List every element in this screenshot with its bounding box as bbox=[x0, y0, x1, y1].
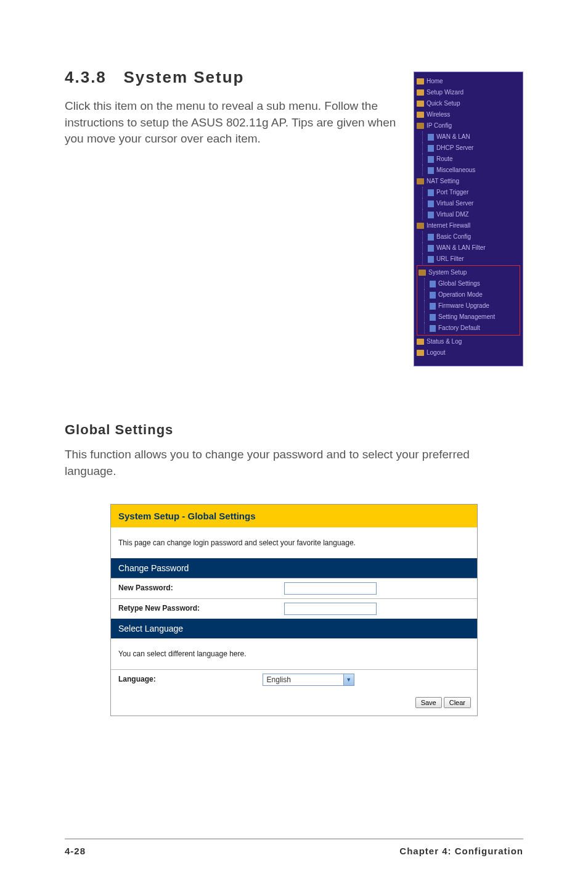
document-icon bbox=[430, 292, 436, 299]
settings-desc: This page can change login password and … bbox=[111, 527, 477, 558]
document-icon bbox=[430, 325, 436, 332]
nav-item-operation-mode[interactable]: Operation Mode bbox=[419, 289, 518, 300]
new-password-input[interactable] bbox=[284, 582, 377, 595]
nav-item-global-settings[interactable]: Global Settings bbox=[419, 278, 518, 289]
nav-item-ip-config[interactable]: IP Config bbox=[417, 120, 520, 131]
nav-item-virtual-dmz[interactable]: Virtual DMZ bbox=[417, 209, 520, 220]
document-icon bbox=[428, 156, 434, 163]
nav-item-setup-wizard[interactable]: Setup Wizard bbox=[417, 87, 520, 98]
nav-label: URL Filter bbox=[436, 254, 464, 264]
folder-open-icon bbox=[419, 270, 426, 276]
folder-open-icon bbox=[417, 178, 424, 184]
nav-label: Route bbox=[436, 154, 453, 164]
section-title: System Setup bbox=[124, 68, 245, 86]
retype-password-input[interactable] bbox=[284, 603, 377, 615]
document-icon bbox=[428, 189, 434, 196]
nav-label: NAT Setting bbox=[427, 176, 459, 186]
section-intro: Click this item on the menu to reveal a … bbox=[65, 98, 398, 147]
nav-item-port-trigger[interactable]: Port Trigger bbox=[417, 187, 520, 198]
folder-icon bbox=[417, 101, 424, 107]
document-icon bbox=[428, 234, 434, 241]
nav-item-nat-setting[interactable]: NAT Setting bbox=[417, 176, 520, 187]
document-icon bbox=[428, 167, 434, 174]
nav-item-virtual-server[interactable]: Virtual Server bbox=[417, 198, 520, 209]
document-icon bbox=[430, 281, 436, 287]
settings-panel: System Setup - Global Settings This page… bbox=[110, 504, 478, 716]
folder-icon bbox=[417, 350, 424, 356]
nav-item-dhcp-server[interactable]: DHCP Server bbox=[417, 142, 520, 154]
chevron-down-icon: ▼ bbox=[343, 674, 354, 685]
nav-label: WAN & LAN bbox=[436, 132, 470, 142]
select-language-desc: You can select different language here. bbox=[111, 638, 477, 669]
document-icon bbox=[428, 256, 434, 263]
folder-icon bbox=[417, 89, 424, 96]
nav-item-setting-management[interactable]: Setting Management bbox=[419, 311, 518, 323]
section-number: 4.3.8 bbox=[65, 68, 107, 86]
language-label: Language: bbox=[111, 670, 258, 690]
change-password-header: Change Password bbox=[111, 558, 477, 578]
nav-item-system-setup[interactable]: System Setup bbox=[419, 267, 518, 278]
nav-label: Wireless bbox=[427, 110, 450, 120]
document-icon bbox=[430, 303, 436, 310]
section-heading: 4.3.8 System Setup bbox=[65, 68, 414, 87]
nav-item-factory-default[interactable]: Factory Default bbox=[419, 323, 518, 334]
nav-label: Miscellaneous bbox=[436, 165, 475, 175]
nav-item-quick-setup[interactable]: Quick Setup bbox=[417, 98, 520, 109]
clear-button[interactable]: Clear bbox=[444, 697, 471, 708]
nav-label: Home bbox=[427, 76, 443, 86]
folder-icon bbox=[417, 339, 424, 345]
nav-item-firmware-upgrade[interactable]: Firmware Upgrade bbox=[419, 300, 518, 311]
nav-label: DHCP Server bbox=[436, 143, 473, 153]
nav-label: Quick Setup bbox=[427, 99, 460, 109]
folder-icon bbox=[417, 112, 424, 118]
subsection-heading: Global Settings bbox=[65, 422, 523, 438]
nav-label: Setup Wizard bbox=[427, 88, 463, 97]
nav-label: Factory Default bbox=[438, 323, 480, 333]
nav-item-route[interactable]: Route bbox=[417, 154, 520, 165]
folder-icon bbox=[417, 78, 424, 85]
folder-open-icon bbox=[417, 223, 424, 229]
subsection-desc: This function allows you to change your … bbox=[65, 447, 523, 479]
nav-label: System Setup bbox=[428, 268, 467, 278]
page-number: 4-28 bbox=[65, 846, 86, 856]
settings-title: System Setup - Global Settings bbox=[111, 505, 477, 527]
document-icon bbox=[428, 212, 434, 218]
document-icon bbox=[430, 314, 436, 321]
nav-label: Basic Config bbox=[436, 232, 471, 242]
save-button[interactable]: Save bbox=[415, 697, 442, 708]
select-language-header: Select Language bbox=[111, 619, 477, 638]
language-value: English bbox=[263, 674, 343, 685]
nav-label: Port Trigger bbox=[436, 188, 468, 197]
nav-label: Virtual DMZ bbox=[436, 210, 469, 220]
nav-item-wan-lan-filter[interactable]: WAN & LAN Filter bbox=[417, 242, 520, 254]
nav-label: WAN & LAN Filter bbox=[436, 243, 486, 253]
nav-item-wan-lan[interactable]: WAN & LAN bbox=[417, 131, 520, 142]
nav-label: Virtual Server bbox=[436, 199, 473, 208]
nav-label: Operation Mode bbox=[438, 290, 483, 300]
document-icon bbox=[428, 145, 434, 152]
nav-tree: HomeSetup WizardQuick SetupWirelessIP Co… bbox=[414, 72, 523, 366]
nav-label: Status & Log bbox=[427, 337, 462, 347]
nav-label: Global Settings bbox=[438, 279, 480, 289]
nav-highlight-system-setup: System SetupGlobal SettingsOperation Mod… bbox=[417, 265, 520, 336]
nav-item-miscellaneous[interactable]: Miscellaneous bbox=[417, 165, 520, 176]
nav-label: IP Config bbox=[427, 121, 452, 131]
document-icon bbox=[428, 245, 434, 252]
nav-item-wireless[interactable]: Wireless bbox=[417, 109, 520, 120]
nav-item-logout[interactable]: Logout bbox=[417, 347, 520, 358]
nav-item-internet-firewall[interactable]: Internet Firewall bbox=[417, 220, 520, 231]
nav-label: Internet Firewall bbox=[427, 221, 470, 231]
nav-item-status-log[interactable]: Status & Log bbox=[417, 336, 520, 347]
nav-label: Setting Management bbox=[438, 312, 495, 322]
retype-password-label: Retype New Password: bbox=[111, 599, 279, 619]
new-password-label: New Password: bbox=[111, 579, 279, 598]
nav-label: Firmware Upgrade bbox=[438, 301, 489, 311]
nav-label: Logout bbox=[427, 348, 446, 358]
chapter-label: Chapter 4: Configuration bbox=[399, 846, 523, 856]
document-icon bbox=[428, 200, 434, 207]
nav-item-home[interactable]: Home bbox=[417, 76, 520, 87]
nav-item-url-filter[interactable]: URL Filter bbox=[417, 254, 520, 265]
language-select[interactable]: English ▼ bbox=[263, 674, 354, 686]
nav-item-basic-config[interactable]: Basic Config bbox=[417, 231, 520, 242]
folder-open-icon bbox=[417, 123, 424, 129]
